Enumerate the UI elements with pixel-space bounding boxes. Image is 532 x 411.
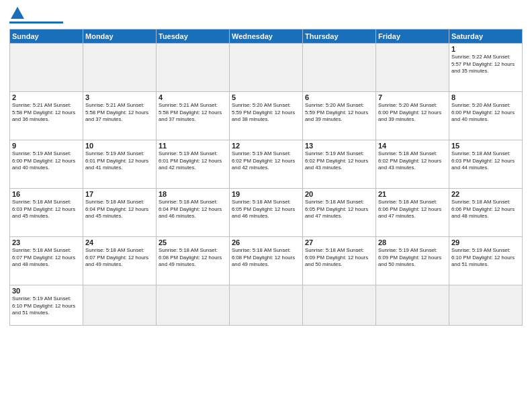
calendar-day-cell — [449, 285, 523, 326]
calendar-day-cell — [230, 285, 303, 326]
calendar-day-cell: 28Sunrise: 5:19 AM Sunset: 6:09 PM Dayli… — [376, 237, 449, 285]
day-number: 27 — [305, 238, 373, 246]
calendar-day-cell: 17Sunrise: 5:18 AM Sunset: 6:04 PM Dayli… — [83, 189, 157, 237]
weekday-header-cell: Wednesday — [230, 30, 303, 44]
day-number: 14 — [378, 142, 447, 150]
day-number: 13 — [305, 142, 373, 150]
day-info: Sunrise: 5:18 AM Sunset: 6:08 PM Dayligh… — [232, 247, 300, 269]
calendar-week-row: 9Sunrise: 5:19 AM Sunset: 6:00 PM Daylig… — [10, 140, 523, 189]
day-info: Sunrise: 5:18 AM Sunset: 6:03 PM Dayligh… — [451, 150, 520, 172]
calendar-day-cell: 14Sunrise: 5:18 AM Sunset: 6:02 PM Dayli… — [376, 140, 449, 189]
calendar-day-cell: 25Sunrise: 5:18 AM Sunset: 6:08 PM Dayli… — [157, 237, 230, 285]
day-info: Sunrise: 5:19 AM Sunset: 6:10 PM Dayligh… — [12, 295, 81, 317]
calendar-table: SundayMondayTuesdayWednesdayThursdayFrid… — [9, 29, 523, 326]
calendar-day-cell: 23Sunrise: 5:18 AM Sunset: 6:07 PM Dayli… — [10, 237, 83, 285]
day-number: 12 — [232, 142, 300, 150]
day-info: Sunrise: 5:18 AM Sunset: 6:04 PM Dayligh… — [85, 199, 154, 220]
weekday-header-cell: Friday — [376, 30, 449, 44]
calendar-day-cell: 26Sunrise: 5:18 AM Sunset: 6:08 PM Dayli… — [230, 237, 303, 285]
day-number: 29 — [451, 238, 520, 246]
day-info: Sunrise: 5:18 AM Sunset: 6:07 PM Dayligh… — [12, 247, 81, 269]
calendar-day-cell: 21Sunrise: 5:18 AM Sunset: 6:06 PM Dayli… — [376, 189, 449, 237]
calendar-day-cell: 15Sunrise: 5:18 AM Sunset: 6:03 PM Dayli… — [449, 140, 523, 189]
day-info: Sunrise: 5:18 AM Sunset: 6:05 PM Dayligh… — [232, 199, 300, 220]
calendar-day-cell: 19Sunrise: 5:18 AM Sunset: 6:05 PM Dayli… — [230, 189, 303, 237]
day-info: Sunrise: 5:18 AM Sunset: 6:06 PM Dayligh… — [378, 199, 447, 220]
calendar-day-cell — [157, 44, 230, 92]
day-number: 2 — [12, 93, 81, 101]
calendar-week-row: 1Sunrise: 5:22 AM Sunset: 5:57 PM Daylig… — [10, 44, 523, 92]
day-info: Sunrise: 5:19 AM Sunset: 6:01 PM Dayligh… — [85, 150, 154, 172]
calendar-day-cell: 4Sunrise: 5:21 AM Sunset: 5:58 PM Daylig… — [157, 92, 230, 140]
logo-triangle-icon — [11, 7, 24, 19]
weekday-header-cell: Thursday — [303, 30, 376, 44]
day-number: 4 — [159, 93, 227, 101]
calendar-day-cell — [83, 44, 157, 92]
day-info: Sunrise: 5:18 AM Sunset: 6:05 PM Dayligh… — [305, 199, 373, 220]
day-info: Sunrise: 5:18 AM Sunset: 6:07 PM Dayligh… — [85, 247, 154, 269]
day-info: Sunrise: 5:19 AM Sunset: 6:10 PM Dayligh… — [451, 247, 520, 269]
calendar-day-cell: 27Sunrise: 5:18 AM Sunset: 6:09 PM Dayli… — [303, 237, 376, 285]
day-number: 6 — [305, 93, 373, 101]
calendar-day-cell — [376, 44, 449, 92]
calendar-day-cell — [230, 44, 303, 92]
calendar-day-cell: 16Sunrise: 5:18 AM Sunset: 6:03 PM Dayli… — [10, 189, 83, 237]
day-number: 24 — [85, 238, 154, 246]
day-number: 7 — [378, 93, 447, 101]
day-number: 30 — [12, 287, 81, 295]
calendar-day-cell: 22Sunrise: 5:18 AM Sunset: 6:06 PM Dayli… — [449, 189, 523, 237]
header — [9, 7, 523, 24]
weekday-header-cell: Tuesday — [157, 30, 230, 44]
calendar-day-cell — [303, 285, 376, 326]
calendar-day-cell — [303, 44, 376, 92]
day-info: Sunrise: 5:21 AM Sunset: 5:58 PM Dayligh… — [12, 102, 81, 124]
logo — [9, 7, 63, 24]
day-number: 3 — [85, 93, 154, 101]
day-info: Sunrise: 5:19 AM Sunset: 6:02 PM Dayligh… — [232, 150, 300, 172]
day-number: 26 — [232, 238, 300, 246]
day-number: 25 — [159, 238, 227, 246]
day-number: 11 — [159, 142, 227, 150]
calendar-day-cell: 10Sunrise: 5:19 AM Sunset: 6:01 PM Dayli… — [83, 140, 157, 189]
weekday-header-row: SundayMondayTuesdayWednesdayThursdayFrid… — [10, 30, 523, 44]
day-number: 18 — [159, 190, 227, 198]
calendar-day-cell: 9Sunrise: 5:19 AM Sunset: 6:00 PM Daylig… — [10, 140, 83, 189]
day-info: Sunrise: 5:18 AM Sunset: 6:04 PM Dayligh… — [159, 199, 227, 220]
day-info: Sunrise: 5:20 AM Sunset: 5:59 PM Dayligh… — [305, 102, 373, 124]
day-info: Sunrise: 5:19 AM Sunset: 6:09 PM Dayligh… — [378, 247, 447, 269]
calendar-week-row: 23Sunrise: 5:18 AM Sunset: 6:07 PM Dayli… — [10, 237, 523, 285]
calendar-day-cell: 29Sunrise: 5:19 AM Sunset: 6:10 PM Dayli… — [449, 237, 523, 285]
calendar-day-cell: 1Sunrise: 5:22 AM Sunset: 5:57 PM Daylig… — [449, 44, 523, 92]
day-info: Sunrise: 5:19 AM Sunset: 6:00 PM Dayligh… — [12, 150, 81, 172]
calendar-day-cell: 2Sunrise: 5:21 AM Sunset: 5:58 PM Daylig… — [10, 92, 83, 140]
calendar-day-cell: 13Sunrise: 5:19 AM Sunset: 6:02 PM Dayli… — [303, 140, 376, 189]
logo-line — [9, 21, 63, 24]
day-number: 1 — [451, 45, 520, 53]
day-info: Sunrise: 5:20 AM Sunset: 6:00 PM Dayligh… — [378, 102, 447, 124]
day-number: 8 — [451, 93, 520, 101]
day-number: 17 — [85, 190, 154, 198]
calendar-day-cell — [10, 44, 83, 92]
day-number: 22 — [451, 190, 520, 198]
calendar-week-row: 2Sunrise: 5:21 AM Sunset: 5:58 PM Daylig… — [10, 92, 523, 140]
day-number: 28 — [378, 238, 447, 246]
day-number: 10 — [85, 142, 154, 150]
day-info: Sunrise: 5:20 AM Sunset: 6:00 PM Dayligh… — [451, 102, 520, 124]
calendar-week-row: 30Sunrise: 5:19 AM Sunset: 6:10 PM Dayli… — [10, 285, 523, 326]
day-number: 19 — [232, 190, 300, 198]
calendar-day-cell: 3Sunrise: 5:21 AM Sunset: 5:58 PM Daylig… — [83, 92, 157, 140]
calendar-body: 1Sunrise: 5:22 AM Sunset: 5:57 PM Daylig… — [10, 44, 523, 326]
day-info: Sunrise: 5:22 AM Sunset: 5:57 PM Dayligh… — [451, 54, 520, 75]
calendar-day-cell: 20Sunrise: 5:18 AM Sunset: 6:05 PM Dayli… — [303, 189, 376, 237]
calendar-day-cell — [376, 285, 449, 326]
weekday-header-cell: Monday — [83, 30, 157, 44]
day-info: Sunrise: 5:19 AM Sunset: 6:01 PM Dayligh… — [159, 150, 227, 172]
calendar-day-cell: 18Sunrise: 5:18 AM Sunset: 6:04 PM Dayli… — [157, 189, 230, 237]
day-info: Sunrise: 5:18 AM Sunset: 6:03 PM Dayligh… — [12, 199, 81, 220]
day-info: Sunrise: 5:18 AM Sunset: 6:02 PM Dayligh… — [378, 150, 447, 172]
calendar-week-row: 16Sunrise: 5:18 AM Sunset: 6:03 PM Dayli… — [10, 189, 523, 237]
day-info: Sunrise: 5:21 AM Sunset: 5:58 PM Dayligh… — [85, 102, 154, 124]
day-info: Sunrise: 5:20 AM Sunset: 5:59 PM Dayligh… — [232, 102, 300, 124]
day-number: 21 — [378, 190, 447, 198]
day-number: 20 — [305, 190, 373, 198]
